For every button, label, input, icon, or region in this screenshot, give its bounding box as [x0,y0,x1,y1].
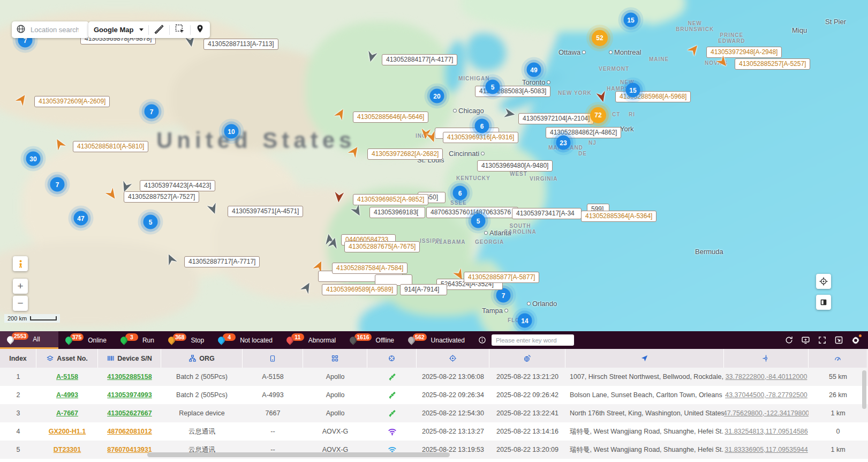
direction-arrow-marker[interactable] [694,49,703,59]
device-label[interactable]: 413053974571[A-4571] [228,206,303,217]
cluster-marker[interactable]: 6 [475,119,489,133]
direction-arrow-marker[interactable] [602,97,611,107]
direction-arrow-marker[interactable] [59,144,69,154]
device-label[interactable]: 914[A-7914] [400,284,447,295]
refresh-icon[interactable] [784,336,794,345]
device-label[interactable]: 413053969480[A-9480] [477,160,553,172]
monitor-icon[interactable] [801,336,810,345]
cluster-marker[interactable]: 10 [224,124,239,139]
device-label[interactable]: 413053969852[A-9852] [353,194,428,205]
cell-device-sn-link[interactable]: 876070413931 [107,446,152,453]
device-label[interactable]: 413052887527[A-7527] [124,191,199,203]
filter-tab-all[interactable]: 2553All [0,331,58,349]
map-canvas[interactable]: United States MICHIGANNEW BRUNSWICKPRINC… [0,0,868,331]
cell-device-sn-link[interactable]: 413052885158 [107,373,152,381]
direction-arrow-marker[interactable] [341,114,350,124]
device-label[interactable]: 413053972609[A-2609] [34,96,110,107]
settings-icon[interactable] [851,336,861,345]
cluster-marker[interactable]: 30 [26,152,41,166]
device-label[interactable]: 413052885877[A-5877] [464,272,539,283]
device-label[interactable]: 413053974423[A-4423] [140,180,215,191]
device-label[interactable]: 413053969589[A-9589] [322,284,397,295]
keyword-search-input[interactable] [492,334,574,346]
cell-device-sn-link[interactable]: 413052627667 [107,409,152,417]
cluster-marker[interactable]: 7 [50,177,65,192]
fullscreen-icon[interactable] [818,336,827,345]
info-icon[interactable] [478,331,486,349]
cluster-marker[interactable]: 5 [486,80,500,94]
map-pin-icon[interactable] [195,24,205,35]
cluster-marker[interactable]: 72 [590,107,606,123]
cluster-marker[interactable]: 49 [527,63,541,77]
cell-asset-no-link[interactable]: A-4993 [56,391,78,399]
cluster-marker[interactable]: 6 [453,186,467,200]
measure-ruler-icon[interactable] [154,24,164,36]
direction-arrow-marker[interactable] [510,114,519,124]
filter-tab-offline[interactable]: 1616Offline [343,331,401,349]
device-label[interactable]: 413053972104[A-2104] [518,113,594,124]
direction-arrow-marker[interactable] [213,209,222,219]
cluster-marker[interactable]: 14 [518,314,532,328]
device-label[interactable]: 413052887584[A-7584] [332,263,407,274]
direction-arrow-marker[interactable] [191,42,200,52]
cell-asset-no-link[interactable]: GX200-H1.1 [49,428,86,435]
filter-tab-abnormal[interactable]: 11Abnormal [280,331,343,349]
coordinates-link[interactable]: 33.78222800,-84.40112000 [726,373,807,381]
table-row[interactable]: 4GX200-H1.1487062081012云息通讯--AOVX-G2025-… [0,422,868,441]
location-search-box[interactable] [12,21,89,38]
filter-tab-run[interactable]: 3Run [114,331,161,349]
cluster-marker[interactable]: 47 [74,211,88,226]
area-select-icon[interactable] [175,24,185,36]
coordinates-link[interactable]: 47.75629800,-122.34179800 [724,409,809,417]
device-label[interactable]: 413052887675[A-7675] [344,241,420,252]
pegman-button[interactable] [13,256,28,271]
direction-arrow-marker[interactable] [357,211,366,221]
coordinates-link[interactable]: 31.83254813,117.09514586 [724,428,807,435]
cluster-marker[interactable]: 15 [626,83,640,98]
device-label[interactable]: 413053973417[A-34 [512,208,582,219]
map-type-selector[interactable]: Google Map [94,26,133,34]
direction-arrow-marker[interactable] [354,151,364,161]
cluster-marker[interactable]: 5 [144,215,158,229]
direction-arrow-marker[interactable] [112,195,121,205]
device-label[interactable]: 413052884862[A-4862] [546,127,621,138]
cell-device-sn-link[interactable]: 487062081012 [107,428,152,435]
filter-tab-unactivated[interactable]: 562Unactivated [401,331,472,349]
device-label[interactable]: 413052885646[A-5646] [353,111,428,123]
device-label[interactable]: 413052887113[A-7113] [203,39,278,50]
direction-arrow-marker[interactable] [339,197,348,207]
cluster-marker[interactable]: 52 [592,30,608,46]
horizontal-scrollbar[interactable] [147,452,450,457]
direction-arrow-marker[interactable] [307,287,316,297]
cell-asset-no-link[interactable]: DT23301 [54,446,81,453]
cell-asset-no-link[interactable]: A-5158 [56,373,78,381]
cluster-marker[interactable]: 15 [624,13,638,27]
device-label[interactable]: 413052885257[A-5257] [735,58,810,70]
zoom-in-button[interactable]: + [13,279,28,294]
cluster-marker[interactable]: 7 [145,105,159,119]
device-label[interactable]: 413052885364[A-5364] [581,211,656,222]
device-label[interactable]: 413052885810[A-5810] [73,141,148,152]
device-label[interactable]: 413053969183[ [369,207,425,218]
vertical-scrollbar[interactable] [862,370,866,409]
device-label[interactable]: 413053972948[A-2948] [706,47,782,58]
device-label[interactable]: 413053969316[A-9316] [443,132,518,143]
device-label[interactable]: 413052887717[A-7717] [184,256,260,267]
table-row[interactable]: 3A-7667413052627667Replace device7667Apo… [0,404,868,422]
coordinates-link[interactable]: 31.83336905,117.09535944 [724,446,807,453]
direction-arrow-marker[interactable] [432,137,441,147]
direction-arrow-marker[interactable] [126,187,135,197]
filter-tab-not-located[interactable]: 4Not located [211,331,280,349]
filter-tab-online[interactable]: 375Online [58,331,114,349]
cluster-marker[interactable]: 5 [471,214,486,228]
direction-arrow-marker[interactable] [372,57,381,67]
export-icon[interactable] [834,336,843,345]
direction-arrow-marker[interactable] [22,99,31,109]
locate-me-button[interactable] [816,274,831,289]
cell-asset-no-link[interactable]: A-7667 [56,409,78,417]
filter-tab-stop[interactable]: 368Stop [161,331,211,349]
cell-device-sn-link[interactable]: 413053974993 [107,391,152,399]
zoom-out-button[interactable]: − [13,296,28,311]
cluster-marker[interactable]: 20 [430,89,444,103]
direction-arrow-marker[interactable] [171,259,180,269]
